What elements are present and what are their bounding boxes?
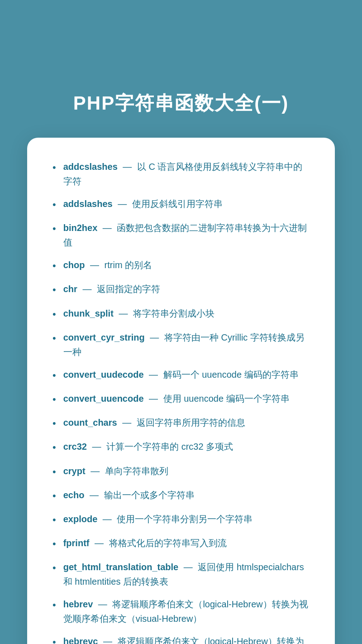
- func-separator: —: [147, 394, 161, 404]
- list-item: hebrev — 将逻辑顺序希伯来文（logical-Hebrew）转换为视觉顺…: [52, 597, 310, 626]
- func-name: count_chars: [63, 418, 117, 428]
- func-separator: —: [120, 162, 134, 172]
- func-separator: —: [181, 562, 195, 572]
- func-separator: —: [90, 442, 104, 452]
- func-text-wrapper: addcslashes — 以 C 语言风格使用反斜线转义字符串中的字符: [63, 159, 310, 188]
- func-description: 将字符串分割成小块: [133, 308, 214, 318]
- func-description: 使用一个字符串分割另一个字符串: [117, 514, 252, 524]
- func-text-wrapper: echo — 输出一个或多个字符串: [63, 488, 195, 502]
- func-text-wrapper: chop — rtrim 的别名: [63, 258, 152, 272]
- list-item: addslashes — 使用反斜线引用字符串: [52, 197, 310, 212]
- list-item: crc32 — 计算一个字符串的 crc32 多项式: [52, 439, 310, 455]
- func-separator: —: [120, 418, 134, 428]
- list-item: chop — rtrim 的别名: [52, 258, 310, 274]
- func-separator: —: [100, 514, 114, 524]
- func-separator: —: [92, 538, 106, 548]
- func-name: addslashes: [63, 199, 113, 209]
- func-description: 输出一个或多个字符串: [104, 490, 195, 500]
- func-separator: —: [116, 308, 130, 318]
- func-text-wrapper: convert_uuencode — 使用 uuencode 编码一个字符串: [63, 391, 290, 406]
- func-text-wrapper: bin2hex — 函数把包含数据的二进制字符串转换为十六进制值: [63, 221, 310, 250]
- func-separator: —: [88, 466, 102, 476]
- list-item: get_html_translation_table — 返回使用 htmlsp…: [52, 560, 310, 589]
- func-name: hebrevc: [63, 636, 98, 644]
- list-item: count_chars — 返回字符串所用字符的信息: [52, 415, 310, 431]
- list-item: addcslashes — 以 C 语言风格使用反斜线转义字符串中的字符: [52, 159, 310, 188]
- list-item: convert_uuencode — 使用 uuencode 编码一个字符串: [52, 391, 310, 407]
- func-name: addcslashes: [63, 162, 118, 172]
- func-text-wrapper: fprintf — 将格式化后的字符串写入到流: [63, 536, 227, 550]
- func-text-wrapper: addslashes — 使用反斜线引用字符串: [63, 197, 223, 211]
- func-text-wrapper: chr — 返回指定的字符: [63, 282, 160, 296]
- list-item: convert_uudecode — 解码一个 uuencode 编码的字符串: [52, 367, 310, 383]
- func-name: crc32: [63, 442, 87, 452]
- list-item: convert_cyr_string — 将字符由一种 Cyrillic 字符转…: [52, 330, 310, 359]
- list-item: bin2hex — 函数把包含数据的二进制字符串转换为十六进制值: [52, 221, 310, 250]
- func-name: crypt: [63, 466, 86, 476]
- func-separator: —: [100, 636, 114, 644]
- list-item: echo — 输出一个或多个字符串: [52, 488, 310, 504]
- list-item: crypt — 单向字符串散列: [52, 464, 310, 480]
- func-text-wrapper: crypt — 单向字符串散列: [63, 464, 168, 478]
- func-separator: —: [148, 332, 162, 342]
- func-name: explode: [63, 514, 98, 524]
- func-description: 使用 uuencode 编码一个字符串: [163, 394, 290, 404]
- func-description: 解码一个 uuencode 编码的字符串: [163, 370, 299, 380]
- page-title: PHP字符串函数大全(一): [73, 91, 289, 116]
- func-name: chr: [63, 284, 77, 294]
- func-name: fprintf: [63, 538, 90, 548]
- func-name: convert_uuencode: [63, 394, 144, 404]
- content-card: addcslashes — 以 C 语言风格使用反斜线转义字符串中的字符adds…: [27, 138, 335, 644]
- func-name: chunk_split: [63, 308, 114, 318]
- function-list: addcslashes — 以 C 语言风格使用反斜线转义字符串中的字符adds…: [52, 159, 310, 644]
- func-text-wrapper: get_html_translation_table — 返回使用 htmlsp…: [63, 560, 310, 589]
- func-text-wrapper: hebrev — 将逻辑顺序希伯来文（logical-Hebrew）转换为视觉顺…: [63, 597, 310, 626]
- func-description: 单向字符串散列: [105, 466, 168, 476]
- list-item: fprintf — 将格式化后的字符串写入到流: [52, 536, 310, 552]
- func-description: 计算一个字符串的 crc32 多项式: [106, 442, 233, 452]
- func-name: convert_cyr_string: [63, 332, 145, 342]
- func-text-wrapper: convert_cyr_string — 将字符由一种 Cyrillic 字符转…: [63, 330, 310, 359]
- func-separator: —: [95, 599, 110, 609]
- func-separator: —: [147, 370, 161, 380]
- func-text-wrapper: count_chars — 返回字符串所用字符的信息: [63, 415, 245, 430]
- list-item: chr — 返回指定的字符: [52, 282, 310, 298]
- func-text-wrapper: convert_uudecode — 解码一个 uuencode 编码的字符串: [63, 367, 299, 382]
- func-name: bin2hex: [63, 223, 98, 233]
- func-separator: —: [115, 199, 129, 209]
- func-separator: —: [100, 223, 114, 233]
- func-name: get_html_translation_table: [63, 562, 179, 572]
- func-description: 返回指定的字符: [97, 284, 160, 294]
- func-text-wrapper: explode — 使用一个字符串分割另一个字符串: [63, 512, 253, 526]
- list-item: chunk_split — 将字符串分割成小块: [52, 306, 310, 322]
- func-description: 将逻辑顺序希伯来文（logical-Hebrew）转换为视觉顺序希伯来文（vis…: [63, 636, 304, 644]
- func-separator: —: [87, 490, 101, 500]
- func-separator: —: [87, 260, 101, 270]
- func-name: chop: [63, 260, 85, 270]
- func-text-wrapper: chunk_split — 将字符串分割成小块: [63, 306, 214, 321]
- list-item: hebrevc — 将逻辑顺序希伯来文（logical-Hebrew）转换为视觉…: [52, 634, 310, 644]
- list-item: explode — 使用一个字符串分割另一个字符串: [52, 512, 310, 528]
- func-description: rtrim 的别名: [105, 260, 152, 270]
- func-description: 将格式化后的字符串写入到流: [109, 538, 227, 548]
- func-separator: —: [80, 284, 94, 294]
- func-description: 返回字符串所用字符的信息: [137, 418, 245, 428]
- func-name: echo: [63, 490, 85, 500]
- func-text-wrapper: hebrevc — 将逻辑顺序希伯来文（logical-Hebrew）转换为视觉…: [63, 634, 310, 644]
- func-name: convert_uudecode: [63, 370, 144, 380]
- func-text-wrapper: crc32 — 计算一个字符串的 crc32 多项式: [63, 439, 233, 454]
- func-name: hebrev: [63, 599, 93, 609]
- func-description: 使用反斜线引用字符串: [132, 199, 223, 209]
